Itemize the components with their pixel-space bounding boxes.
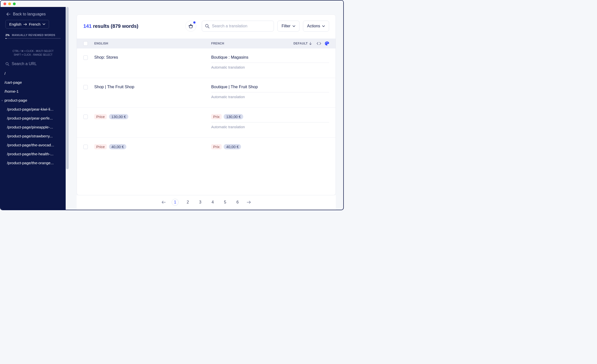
progress-percent: 2% [5,34,10,37]
sidebar: Back to languages English French 2% [0,7,66,210]
url-item-folder[interactable]: ▾product-page [0,96,66,105]
value-chip: 130,00 € [224,114,243,119]
dest-text[interactable]: Boutique | The Fruit Shop [211,84,329,92]
table-row: Shop | The Fruit Shop Boutique | The Fru… [77,78,336,108]
url-item[interactable]: / [0,69,66,78]
page-number[interactable]: 5 [222,200,228,204]
svg-point-4 [326,42,327,43]
variable-chip: Price [94,114,107,119]
url-search-input[interactable] [12,62,61,66]
window-titlebar [0,0,343,7]
translation-rows: Shop: Stores Boutique : Magasins Automat… [77,48,336,195]
results-words-paren: (879 words) [111,23,138,29]
chevron-down-icon [293,25,295,27]
variable-chip: Prix [211,144,222,149]
page-number[interactable]: 4 [209,200,216,204]
arrow-down-icon [309,42,312,45]
page-number[interactable]: 3 [197,200,203,204]
url-item[interactable]: /product-page/pear-perfe... [0,114,66,123]
results-summary: 141 results (879 words) [83,23,138,29]
url-item[interactable]: /product-page/the-health-... [0,150,66,159]
page-number[interactable]: 1 [172,199,179,206]
scrollbar-thumb[interactable] [66,7,69,169]
basket-icon [188,24,193,28]
lang-from: English [9,22,21,26]
select-all-checkbox[interactable] [83,41,88,46]
url-item[interactable]: /product-page/the-orange... [0,159,66,167]
progress-label: MANUALLY REVIEWED WORDS [12,34,55,37]
palette-icon[interactable] [325,41,329,46]
hint-range-select: SHIFT + CLICK - RANGE SELECT [3,53,63,57]
arrow-right-icon [23,23,27,26]
sidebar-scrollbar[interactable] [66,7,69,210]
page-number[interactable]: 6 [234,200,241,204]
row-checkbox[interactable] [83,115,88,119]
url-item-label: product-page [4,98,27,102]
translation-note: Automatic translation [211,65,329,69]
caret-down-icon: ▾ [1,99,4,102]
page-number[interactable]: 2 [185,200,191,204]
card-header: 141 results (879 words) [77,15,336,39]
value-chip: 130,00 € [109,114,128,119]
app-window: Back to languages English French 2% [0,0,344,210]
translation-note: Automatic translation [211,95,329,99]
url-item[interactable]: /cart-page [0,78,66,87]
source-text[interactable]: Shop | The Fruit Shop [94,84,211,89]
dest-text[interactable]: Prix 130,00 € [211,114,329,122]
page-next-button[interactable] [247,201,251,204]
translations-card: 141 results (879 words) [77,14,336,195]
actions-label: Actions [307,24,320,28]
url-item[interactable]: /product-page/pear-kiwi-li... [0,105,66,114]
source-text[interactable]: Price 40,00 € [94,144,211,149]
table-row: Price 40,00 € Prix 40,00 € [77,138,336,152]
search-icon [5,62,9,66]
notification-dot-icon [193,21,196,24]
actions-button[interactable]: Actions [303,21,329,32]
url-item[interactable]: /product-page/the-avocad... [0,141,66,150]
lang-to: French [29,22,41,26]
table-row: Price 130,00 € Prix 130,00 € Automatic t… [77,108,336,138]
back-to-languages-link[interactable]: Back to languages [0,9,66,20]
filter-button[interactable]: Filter [277,21,299,32]
window-max-dot[interactable] [13,2,16,5]
progress-block: 2% MANUALLY REVIEWED WORDS [0,33,66,42]
table-header: ENGLISH FRENCH DEFAULT [77,39,336,48]
language-pair-selector[interactable]: English French [5,20,49,29]
translation-search[interactable] [202,21,274,32]
variable-chip: Prix [211,114,222,119]
url-item[interactable]: /product-page/strawberry... [0,132,66,141]
svg-rect-1 [189,25,193,26]
value-chip: 40,00 € [109,144,126,149]
window-min-dot[interactable] [8,2,11,5]
translation-search-input[interactable] [212,24,271,28]
results-count: 141 [83,23,92,29]
translation-note: Automatic translation [211,125,329,129]
source-text[interactable]: Shop: Stores [94,55,211,60]
window-close-dot[interactable] [3,2,6,5]
column-dest[interactable]: FRENCH [211,42,282,45]
variable-chip: Price [94,144,107,149]
row-checkbox[interactable] [83,145,88,149]
dest-text[interactable]: Boutique : Magasins [211,55,329,63]
url-search[interactable] [0,60,66,69]
pagination: 1 2 3 4 5 6 [77,195,336,210]
row-checkbox[interactable] [83,85,88,89]
search-icon [205,24,209,28]
column-source[interactable]: ENGLISH [94,42,211,45]
dest-text[interactable]: Prix 40,00 € [211,144,329,149]
code-icon[interactable] [317,42,321,45]
chevron-down-icon [322,25,325,27]
url-list: / /cart-page /home-1 ▾product-page /prod… [0,69,66,210]
table-row: Shop: Stores Boutique : Magasins Automat… [77,48,336,78]
arrow-left-icon [6,12,10,16]
selection-hints: CTRL / ⌘ + CLICK - MULTI SELECT SHIFT + … [0,42,66,60]
row-checkbox[interactable] [83,55,88,60]
chevron-down-icon [43,23,45,25]
page-prev-button[interactable] [162,201,166,204]
back-label: Back to languages [13,12,46,16]
url-item[interactable]: /product-page/pineapple-... [0,123,66,132]
basket-button[interactable] [185,21,196,32]
url-item[interactable]: /home-1 [0,87,66,96]
source-text[interactable]: Price 130,00 € [94,114,211,119]
column-default-sort[interactable]: DEFAULT [282,42,312,45]
